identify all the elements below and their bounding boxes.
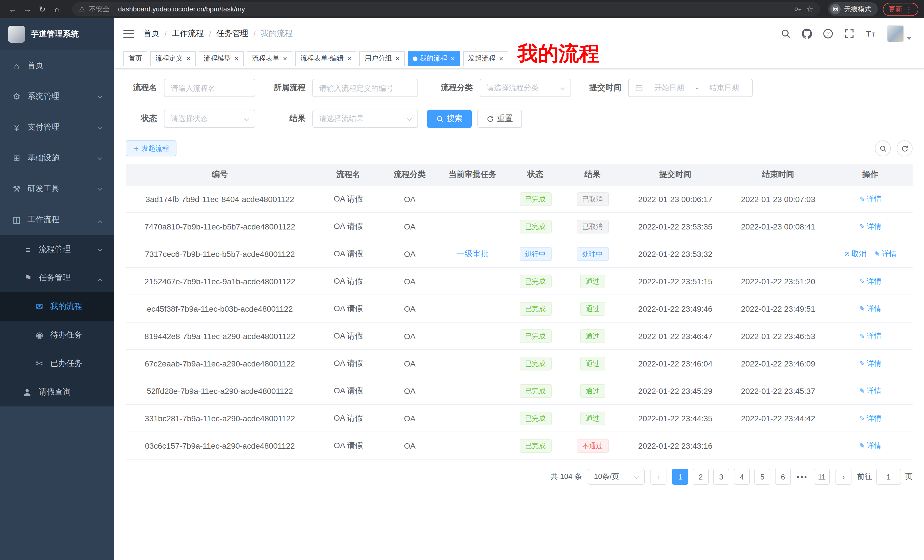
create-process-button[interactable]: 发起流程 bbox=[126, 141, 177, 156]
sidebar-item-payment-mgmt[interactable]: ¥ 支付管理 bbox=[0, 112, 114, 143]
sidebar-item-label: 已办任务 bbox=[50, 358, 82, 369]
avatar[interactable] bbox=[887, 25, 904, 42]
goto-label: 前往 bbox=[857, 472, 872, 482]
goto-page-input[interactable] bbox=[876, 469, 901, 485]
process-name-input[interactable] bbox=[171, 84, 248, 92]
tab-process-form-edit[interactable]: 流程表单-编辑× bbox=[295, 51, 357, 66]
tab-user-group[interactable]: 用户分组× bbox=[360, 51, 405, 66]
page-size-select[interactable]: 10条/页 bbox=[588, 469, 645, 485]
github-icon[interactable] bbox=[801, 28, 813, 39]
sidebar-item-dev-tools[interactable]: ⚒ 研发工具 bbox=[0, 174, 114, 204]
status-tag: 已完成 bbox=[519, 439, 551, 452]
reset-button[interactable]: 重置 bbox=[477, 109, 522, 128]
font-size-icon[interactable] bbox=[865, 28, 876, 39]
status-select[interactable]: 请选择状态 bbox=[164, 109, 255, 128]
detail-action-link[interactable]: ✎详情 bbox=[859, 331, 882, 341]
tab-process-model[interactable]: 流程模型× bbox=[198, 51, 244, 66]
sidebar-item-todo-tasks[interactable]: ◉ 待办任务 bbox=[0, 321, 114, 349]
end-time-cell: 2022-01-22 23:51:20 bbox=[728, 268, 828, 295]
tab-process-form[interactable]: 流程表单× bbox=[247, 51, 292, 66]
breadcrumb-item-home[interactable]: 首页 bbox=[143, 28, 159, 39]
search-icon[interactable] bbox=[780, 28, 792, 39]
table-row: 3ad174fb-7b9d-11ec-8404-acde48001122OA 请… bbox=[126, 186, 913, 213]
page-button-6[interactable]: 6 bbox=[775, 469, 791, 485]
browser-home-button[interactable]: ⌂ bbox=[50, 2, 64, 16]
sidebar-item-workflow[interactable]: ◫ 工作流程 bbox=[0, 204, 114, 235]
page-button-2[interactable]: 2 bbox=[693, 469, 709, 485]
tab-close-icon[interactable]: × bbox=[499, 55, 503, 62]
browser-forward-button[interactable]: → bbox=[21, 2, 34, 16]
filter-row-1: 流程名 所属流程 流程分类 bbox=[126, 79, 913, 97]
refresh-table-button[interactable] bbox=[897, 141, 913, 156]
current-task-link[interactable]: 一级审批 bbox=[457, 249, 489, 259]
breadcrumb-item-workflow[interactable]: 工作流程 bbox=[172, 28, 204, 39]
table-row: 2152467e-7b9b-11ec-9a1b-acde48001122OA 请… bbox=[126, 268, 913, 295]
page-button-3[interactable]: 3 bbox=[713, 469, 729, 485]
breadcrumb-item-task-mgmt[interactable]: 任务管理 bbox=[216, 28, 248, 39]
category-select[interactable]: 请选择流程分类 bbox=[480, 79, 571, 97]
detail-action-link[interactable]: ✎详情 bbox=[859, 358, 882, 368]
tab-my-process[interactable]: 我的流程× bbox=[408, 51, 460, 66]
tab-close-icon[interactable]: × bbox=[283, 55, 287, 62]
next-page-button[interactable]: › bbox=[836, 469, 852, 485]
bookmark-star-icon[interactable]: ☆ bbox=[806, 4, 813, 14]
search-button[interactable]: 搜索 bbox=[427, 109, 472, 128]
tab-close-icon[interactable]: × bbox=[234, 55, 239, 62]
prev-page-button[interactable]: ‹ bbox=[651, 469, 666, 485]
detail-action-link[interactable]: ✎详情 bbox=[859, 303, 882, 314]
detail-action-link[interactable]: ✎详情 bbox=[859, 413, 882, 423]
sidebar-item-process-mgmt[interactable]: ≡ 流程管理 bbox=[0, 235, 114, 264]
browser-back-button[interactable]: ← bbox=[6, 2, 20, 16]
tab-close-icon[interactable]: × bbox=[347, 55, 351, 62]
pager-ellipsis[interactable]: ••• bbox=[795, 472, 809, 481]
user-menu[interactable] bbox=[887, 25, 911, 42]
detail-action-link[interactable]: ✎详情 bbox=[859, 276, 882, 286]
address-bar[interactable]: ⚠ 不安全 dashboard.yudao.iocoder.cn/bpm/tas… bbox=[72, 2, 820, 16]
detail-action-link[interactable]: ✎详情 bbox=[874, 249, 897, 259]
result-tag: 通过 bbox=[580, 274, 605, 288]
column-header: 当前审批任务 bbox=[437, 164, 508, 185]
tab-home[interactable]: 首页 bbox=[123, 51, 147, 66]
status-cell: 已完成 bbox=[508, 405, 562, 431]
update-button[interactable]: 更新 ⋮ bbox=[883, 3, 918, 16]
parent-process-input[interactable] bbox=[319, 84, 411, 92]
submit-time-range-picker[interactable]: 开始日期 - 结束日期 bbox=[628, 79, 753, 97]
sidebar-item-my-process[interactable]: ✉ 我的流程 bbox=[0, 292, 114, 321]
detail-action-link[interactable]: ✎详情 bbox=[859, 221, 882, 232]
tab-close-icon[interactable]: × bbox=[186, 55, 190, 62]
detail-action-link[interactable]: ✎详情 bbox=[859, 386, 882, 396]
page-button-5[interactable]: 5 bbox=[754, 469, 770, 485]
sidebar-item-home[interactable]: ⌂ 首页 bbox=[0, 50, 114, 81]
not-secure-label[interactable]: 不安全 bbox=[89, 4, 110, 14]
sidebar-item-infrastructure[interactable]: ⊞ 基础设施 bbox=[0, 143, 114, 174]
chevron-down-icon bbox=[98, 94, 102, 99]
cancel-action-link[interactable]: ⊘取消 bbox=[844, 249, 866, 259]
detail-action-link[interactable]: ✎详情 bbox=[859, 440, 882, 451]
page-button-1[interactable]: 1 bbox=[672, 469, 688, 485]
page-button-4[interactable]: 4 bbox=[734, 469, 750, 485]
sidebar-item-done-tasks[interactable]: ✂ 已办任务 bbox=[0, 349, 114, 378]
tab-close-icon[interactable]: × bbox=[396, 55, 400, 62]
actions-cell: ✎详情 bbox=[828, 322, 913, 349]
tab-process-definition[interactable]: 流程定义× bbox=[150, 51, 196, 66]
fullscreen-icon[interactable] bbox=[843, 28, 855, 39]
browser-menu-icon[interactable]: ⋮ bbox=[905, 5, 913, 13]
status-tag: 已完成 bbox=[519, 356, 551, 370]
search-icon bbox=[436, 115, 444, 123]
url-text[interactable]: dashboard.yudao.iocoder.cn/bpm/task/my bbox=[118, 5, 245, 13]
browser-reload-button[interactable]: ↻ bbox=[35, 2, 49, 16]
help-icon[interactable] bbox=[822, 28, 834, 39]
hamburger-icon[interactable] bbox=[123, 29, 134, 38]
toggle-search-button[interactable] bbox=[875, 141, 891, 156]
result-cell: 处理中 bbox=[562, 240, 622, 267]
tab-close-icon[interactable]: × bbox=[451, 55, 455, 62]
sidebar-item-leave-query[interactable]: 请假查询 bbox=[0, 378, 114, 406]
result-select[interactable]: 请选择流结果 bbox=[312, 109, 418, 128]
sidebar-item-task-mgmt[interactable]: ⚑ 任务管理 bbox=[0, 264, 114, 292]
tab-create-process[interactable]: 发起流程× bbox=[463, 51, 508, 66]
sidebar-item-system-mgmt[interactable]: ⚙ 系统管理 bbox=[0, 81, 114, 112]
key-icon[interactable] bbox=[794, 5, 802, 13]
app-logo[interactable]: 芋道管理系统 bbox=[0, 18, 114, 50]
detail-action-link[interactable]: ✎详情 bbox=[859, 194, 882, 204]
page-button-11[interactable]: 11 bbox=[814, 469, 830, 485]
